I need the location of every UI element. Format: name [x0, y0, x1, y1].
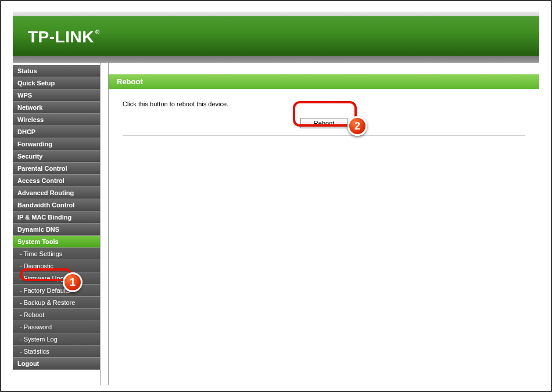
main-panel: Reboot Click this button to reboot this … [109, 63, 539, 385]
nav-backup-restore[interactable]: - Backup & Restore [13, 297, 100, 309]
nav-diagnostic[interactable]: - Diagnostic [13, 260, 100, 272]
nav-dynamic-dns[interactable]: Dynamic DNS [13, 224, 100, 236]
nav-password[interactable]: - Password [13, 321, 100, 333]
nav-factory-defaults[interactable]: - Factory Defaults [13, 285, 100, 297]
nav-dhcp[interactable]: DHCP [13, 126, 100, 138]
brand-text: TP-LINK [28, 28, 94, 46]
header-top-strip [13, 12, 539, 16]
page-title: Reboot [109, 74, 539, 89]
nav-status[interactable]: Status [13, 65, 100, 77]
nav-security[interactable]: Security [13, 150, 100, 163]
sidebar: Status Quick Setup WPS Network Wireless … [13, 63, 100, 385]
app-frame: TP-LINK ® Status Quick Setup WPS Network… [13, 12, 539, 380]
panel-body: Click this button to reboot this device.… [109, 100, 539, 136]
nav-system-log[interactable]: - System Log [13, 333, 100, 346]
brand-logo: TP-LINK ® [28, 28, 100, 46]
nav-system-tools[interactable]: System Tools [13, 236, 100, 248]
nav-advanced-routing[interactable]: Advanced Routing [13, 187, 100, 199]
nav-statistics[interactable]: - Statistics [13, 346, 100, 358]
nav-list: Status Quick Setup WPS Network Wireless … [13, 63, 100, 370]
nav-quick-setup[interactable]: Quick Setup [13, 77, 100, 89]
nav-reboot[interactable]: - Reboot [13, 309, 100, 321]
body: Status Quick Setup WPS Network Wireless … [13, 63, 539, 385]
nav-wps[interactable]: WPS [13, 89, 100, 102]
instruction-text: Click this button to reboot this device. [123, 100, 525, 107]
nav-time-settings[interactable]: - Time Settings [13, 248, 100, 260]
vertical-separator [100, 63, 109, 385]
nav-logout[interactable]: Logout [13, 358, 100, 370]
nav-parental-control[interactable]: Parental Control [13, 163, 100, 175]
nav-firmware-upgrade[interactable]: - Firmware Upgrade [13, 272, 100, 285]
brand-reg: ® [95, 29, 100, 35]
header: TP-LINK ® [13, 16, 539, 56]
nav-wireless[interactable]: Wireless [13, 114, 100, 126]
nav-network[interactable]: Network [13, 102, 100, 114]
reboot-button[interactable]: Reboot [300, 118, 347, 128]
header-bottom-strip [13, 56, 539, 63]
button-row: Reboot [123, 118, 525, 128]
nav-access-control[interactable]: Access Control [13, 175, 100, 187]
nav-ip-mac-binding[interactable]: IP & MAC Binding [13, 211, 100, 224]
nav-forwarding[interactable]: Forwarding [13, 138, 100, 150]
nav-bandwidth-control[interactable]: Bandwidth Control [13, 199, 100, 211]
divider [123, 135, 525, 136]
